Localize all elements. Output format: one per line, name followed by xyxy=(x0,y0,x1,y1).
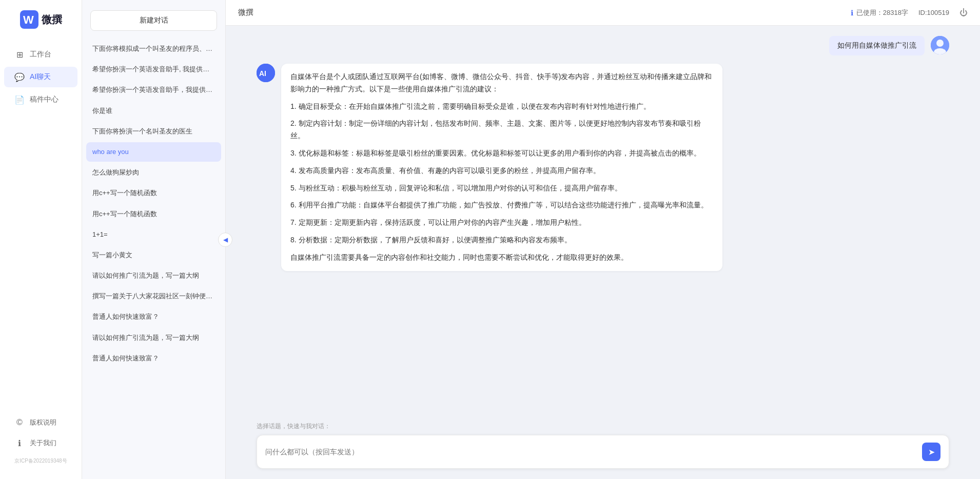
ai-chat-icon: 💬 xyxy=(14,72,25,82)
conv-item-13[interactable]: 撰写一篇关于八大家花园社区一刻钟便民生... xyxy=(86,286,221,306)
conv-item-1[interactable]: 下面你将模拟成一个叫圣友的程序员、我说... xyxy=(86,39,221,59)
conversation-list: 下面你将模拟成一个叫圣友的程序员、我说... 希望你扮演一个英语发音助手, 我提… xyxy=(82,37,225,479)
top-bar: 微撰 ℹ 已使用：28318字 ID:100519 ⏻ xyxy=(226,0,980,26)
sidebar-item-copyright[interactable]: © 版权说明 xyxy=(4,412,77,433)
chat-main: 微撰 ℹ 已使用：28318字 ID:100519 ⏻ 如何用自媒体做推广引流 … xyxy=(226,0,980,479)
send-icon: ➤ xyxy=(928,447,935,457)
conv-item-16[interactable]: 普通人如何快速致富？ xyxy=(86,349,221,368)
sidebar-item-workbench[interactable]: ⊞ 工作台 xyxy=(4,44,77,65)
sidebar: W 微撰 ⊞ 工作台 💬 AI聊天 📄 稿件中心 © 版权说明 ℹ 关于我们 京… xyxy=(0,0,82,479)
conv-item-10[interactable]: 1+1= xyxy=(86,225,221,244)
logo-area: W 微撰 xyxy=(15,10,67,29)
chat-input[interactable] xyxy=(265,448,917,456)
sidebar-item-label-copyright: 版权说明 xyxy=(30,418,56,427)
conv-item-4[interactable]: 你是谁 xyxy=(86,101,221,121)
ai-point-3: 3. 优化标题和标签：标题和标签是吸引粉丝的重要因素。优化标题和标签可以让更多的… xyxy=(290,147,713,160)
icp-text: 京ICP备2022019348号 xyxy=(0,453,82,469)
ai-conclusion: 自媒体推广引流需要具备一定的内容创作和社交能力，同时也需要不断尝试和优化，才能取… xyxy=(290,252,713,264)
top-bar-right: ℹ 已使用：28318字 ID:100519 ⏻ xyxy=(851,8,968,17)
sidebar-item-label-ai-chat: AI聊天 xyxy=(30,72,51,82)
app-name: 微撰 xyxy=(42,13,62,27)
user-avatar xyxy=(931,36,949,54)
ai-point-2: 2. 制定内容计划：制定一份详细的内容计划，包括发布时间、频率、主题、文案、图片… xyxy=(290,118,713,142)
conv-header: 新建对话 xyxy=(82,0,225,37)
ai-message-row: AI 自媒体平台是个人或团队通过互联网平台(如博客、微博、微信公众号、抖音、快手… xyxy=(257,64,949,271)
quick-topics-label: 选择话题，快速与我对话： xyxy=(257,422,949,431)
collapse-panel-button[interactable]: ◀ xyxy=(218,233,232,247)
logout-icon[interactable]: ⏻ xyxy=(959,8,968,17)
conv-item-11[interactable]: 写一篇小黄文 xyxy=(86,245,221,265)
id-info: ID:100519 xyxy=(918,9,949,16)
sidebar-item-about[interactable]: ℹ 关于我们 xyxy=(4,433,77,453)
sidebar-bottom: © 版权说明 ℹ 关于我们 京ICP备2022019348号 xyxy=(0,412,82,479)
ai-avatar: AI xyxy=(257,64,275,82)
ai-point-8: 8. 分析数据：定期分析数据，了解用户反馈和喜好，以便调整推广策略和内容发布频率… xyxy=(290,234,713,246)
drafts-icon: 📄 xyxy=(14,94,25,105)
user-message-row: 如何用自媒体做推广引流 xyxy=(257,36,949,55)
workbench-icon: ⊞ xyxy=(14,49,25,60)
conv-item-2[interactable]: 希望你扮演一个英语发音助手, 我提供给你... xyxy=(86,60,221,79)
ai-point-1: 1. 确定目标受众：在开始自媒体推广引流之前，需要明确目标受众是谁，以便在发布内… xyxy=(290,101,713,113)
usage-text: 已使用：28318字 xyxy=(856,8,908,17)
conv-item-3[interactable]: 希望你扮演一个英语发音助手，我提供给你... xyxy=(86,80,221,100)
conv-item-12[interactable]: 请以如何推广引流为题，写一篇大纲 xyxy=(86,266,221,285)
conv-item-6[interactable]: who are you xyxy=(86,142,221,162)
ai-point-5: 5. 与粉丝互动：积极与粉丝互动，回复评论和私信，可以增加用户对你的认可和信任，… xyxy=(290,182,713,195)
send-button[interactable]: ➤ xyxy=(922,443,940,461)
conv-item-9[interactable]: 用c++写一个随机函数 xyxy=(86,204,221,224)
usage-info: ℹ 已使用：28318字 xyxy=(851,8,908,17)
input-box: ➤ xyxy=(257,435,949,469)
sidebar-item-ai-chat[interactable]: 💬 AI聊天 xyxy=(4,67,77,87)
ai-point-7: 7. 定期更新：定期更新内容，保持活跃度，可以让用户对你的内容产生兴趣，增加用户… xyxy=(290,217,713,229)
svg-point-3 xyxy=(936,40,944,47)
ai-point-6: 6. 利用平台推广功能：自媒体平台都提供了推广功能，如广告投放、付费推广等，可以… xyxy=(290,199,713,212)
conv-item-7[interactable]: 怎么做狗屎炒肉 xyxy=(86,163,221,182)
ai-point-4: 4. 发布高质量内容：发布高质量、有价值、有趣的内容可以吸引更多的粉丝，并提高用… xyxy=(290,165,713,177)
copyright-icon: © xyxy=(14,417,25,428)
new-chat-button[interactable]: 新建对话 xyxy=(90,10,217,31)
messages-area: 如何用自媒体做推广引流 AI 自媒体平台是个人或团队通过互联网平台(如博客、微博… xyxy=(226,26,980,416)
nav-items: ⊞ 工作台 💬 AI聊天 📄 稿件中心 xyxy=(0,44,82,412)
sidebar-item-label-about: 关于我们 xyxy=(30,438,56,448)
sidebar-item-label-drafts: 稿件中心 xyxy=(30,95,58,104)
ai-intro: 自媒体平台是个人或团队通过互联网平台(如博客、微博、微信公众号、抖音、快手等)发… xyxy=(290,71,713,95)
about-icon: ℹ xyxy=(14,438,25,448)
user-message-bubble: 如何用自媒体做推广引流 xyxy=(829,36,925,55)
conv-item-8[interactable]: 用c++写一个随机函数 xyxy=(86,183,221,203)
input-area: 选择话题，快速与我对话： ➤ xyxy=(226,416,980,479)
conv-item-15[interactable]: 请以如何推广引流为题，写一篇大纲 xyxy=(86,328,221,348)
ai-message-bubble: 自媒体平台是个人或团队通过互联网平台(如博客、微博、微信公众号、抖音、快手等)发… xyxy=(281,64,722,271)
conversation-panel: 新建对话 下面你将模拟成一个叫圣友的程序员、我说... 希望你扮演一个英语发音助… xyxy=(82,0,226,479)
top-bar-title: 微撰 xyxy=(238,8,253,17)
sidebar-item-drafts[interactable]: 📄 稿件中心 xyxy=(4,89,77,110)
svg-text:W: W xyxy=(23,13,34,26)
usage-icon: ℹ xyxy=(851,9,853,17)
sidebar-item-label-workbench: 工作台 xyxy=(30,50,51,59)
logo-icon: W xyxy=(20,10,38,29)
svg-text:AI: AI xyxy=(259,69,266,78)
conv-item-14[interactable]: 普通人如何快速致富？ xyxy=(86,307,221,327)
conv-item-5[interactable]: 下面你将扮演一个名叫圣友的医生 xyxy=(86,122,221,141)
